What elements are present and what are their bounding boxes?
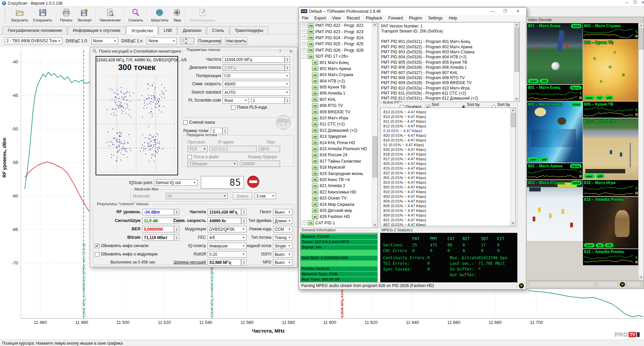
buffer-size-input[interactable]: 100000 [240,161,280,167]
tree-item[interactable]: SD801 Матч Боец [301,59,377,65]
frame-type-select[interactable]: Длинный▼ [273,218,292,224]
tsreader-minimize-button[interactable]: — [486,9,499,13]
detect-interval-select[interactable]: 3 сек▼ [255,193,276,199]
tree-item[interactable]: SD826 Fashion HD [301,214,377,220]
toolbar-button-zoom-document[interactable]: Увеличение [97,7,123,23]
tab-стиль[interactable]: Стиль [207,26,229,34]
active-pids-list[interactable]: 813 (0.01% ~ 4.47 Kbps)814 (0.01% ~ 4.47… [380,108,516,226]
tab-транспондеры[interactable]: Транспондеры [230,26,268,34]
tab-диапазон[interactable]: Диапазон [178,26,206,34]
tree-expander[interactable]: + [302,30,306,34]
pid-row[interactable]: 815 (0.01% ~ 4.47 Kbps) [383,166,516,171]
video-decode-scrollbar[interactable]: ▲ ▼ [638,23,644,280]
maximize-button[interactable]: ❐ [633,0,637,5]
tree-item[interactable]: +PMPMT PID 823 - Progr. 823 [301,28,377,35]
update-modulation-checkbox[interactable]: Обновлять инфо о модуляции [95,252,158,256]
dot-size-input-spinner[interactable]: ▲▼ [222,128,228,134]
pl-scramble-select[interactable]: Root▼ [223,97,249,104]
tree-item[interactable]: SD821 Amedia 2 [301,183,377,189]
pid-row[interactable]: 819 (0.01% ~ 4.47 Kbps) [383,138,516,143]
tab-устройство[interactable]: Устройство [126,26,158,35]
pid-row[interactable]: 818 (0.01% ~ 4.47 Kbps) [383,152,516,157]
protocol-select[interactable]: TCP▼ [187,146,208,152]
tree-item[interactable]: SD807 KHL [301,97,377,103]
toolbar-button-export[interactable]: Экспорт [75,7,94,23]
tree-item[interactable]: SD825 Детский мир [301,208,377,214]
pl-scramble-value[interactable]: 1 [251,97,285,104]
tab-информация-о-спутнике[interactable]: Информация о спутнике [68,26,125,34]
pid-row[interactable]: 820 (0.01% ~ 4.47 Kbps) [383,133,516,138]
freq-input[interactable]: 11544,000 МГц [223,56,285,63]
tree-expander[interactable]: + [302,36,306,40]
stop-icon[interactable] [247,175,260,188]
pid-row[interactable]: 802 (0.01% ~ 4.47 Kbps) [383,185,516,190]
symbol-rate-select[interactable]: 45000▼ [223,81,290,87]
tree-item[interactable]: SD806 Amedia 1 [301,90,377,96]
tree-item[interactable]: SD810 Матч Игра [301,115,377,121]
toolbar-button-printer[interactable]: Печать [58,7,75,23]
tree-item[interactable]: SD823 Ocean TV [301,195,377,201]
position-spinner[interactable]: 0▲▼ [180,38,194,44]
iqscan-point-select[interactable]: Demod IQ out▼ [154,179,198,186]
minimize-button[interactable]: — [625,0,629,5]
polarization-select[interactable]: Г/Л▼ [223,73,290,79]
ip-address-input[interactable]: 127.0.0.1 [210,146,257,152]
pid-row[interactable]: 0 (0.01% ~ 4.47 Kbps) [383,129,516,133]
tree-item[interactable]: SD813 Удмуртия [301,133,377,139]
toolbar-button-globe-scan[interactable]: Шерстить [149,7,171,23]
tree-item[interactable]: SD822 Киносемья HD [301,189,377,195]
range-input[interactable]: 2 МГц [223,64,285,71]
tree-item[interactable]: SD804 НТВ (+2) [301,78,377,84]
pid-row[interactable]: 817 (0.01% ~ 4.47 Kbps) [383,157,516,162]
tree-item[interactable]: SD818 Мужской [301,164,377,170]
active-pids-scrollbar[interactable]: ▲▼ [510,108,516,226]
iq-spectrum-select[interactable]: Инверсия▼ [208,243,247,249]
modcode-select[interactable]: All▼ [166,193,228,199]
toolbar-button-folder-open[interactable]: Загрузить [8,7,31,23]
close-button[interactable]: ✕ [641,0,644,5]
tree-item[interactable]: SD805 Кухня ТВ [301,84,377,90]
toolbar-button-speaker[interactable]: Звук [171,7,184,23]
toolbar-button-scan-magnifier[interactable]: Сканить [126,7,146,23]
pls-search-checkbox[interactable]: Поиск PLS-кода [231,105,267,110]
tree-item[interactable]: +PMPMT PID 826 - Progr. 826 [301,47,377,53]
menu-playback[interactable]: Playback [363,15,385,21]
blind-search-checkbox[interactable]: Слепой поиск [183,120,215,125]
tree-item[interactable]: SD816 Россия 24 [301,152,377,158]
pilot-select[interactable]: Выкл.▼ [273,209,292,215]
tsreader-maximize-button[interactable]: ❐ [499,9,512,13]
tree-item[interactable]: SD812 Домашний (+2) [301,127,377,133]
pid-row[interactable]: 821 (0.01% ~ 4.47 Kbps) [383,218,516,223]
tree-item[interactable]: SD814 KHL Prime HD [301,139,377,146]
tree-item[interactable]: -SDSDT PID 17 <26> [301,53,377,59]
pid-row[interactable]: 814 (0.01% ~ 4.47 Kbps) [383,115,516,119]
freq-input-spinner[interactable]: ▲▼ [285,56,290,63]
tab-географическое-положение[interactable]: Географическое положение [3,26,67,34]
search-standard-select[interactable]: AUTO▼ [223,89,290,96]
issyi-select[interactable]: Выкл.▼ [273,251,292,257]
tree-item[interactable]: SD811 СТС (+2) [301,121,377,127]
pat-scrollbar[interactable]: ▲▼ [514,22,519,102]
menu-plugins[interactable]: Plugins [406,15,425,21]
toolbar-button-floppy[interactable]: Сохранить [31,7,55,23]
configure-button[interactable]: Настроить [225,37,247,45]
pid-row[interactable]: 811 (0.01% ~ 4.47 Kbps) [383,119,516,124]
tab-lnb[interactable]: LNB [159,26,177,34]
tree-expander[interactable]: + [302,23,306,28]
stream-to-file-checkbox[interactable]: Поток в файл [187,155,219,159]
tree-expander[interactable]: + [302,221,306,225]
tree-item[interactable]: SD820 Кино ТВ +4 [301,177,377,183]
tree-expander[interactable]: + [302,42,306,46]
tuner-select[interactable]: 2 - TBS 6908 DVBS/S2 Tuner 0▼ [5,38,62,44]
pid-tree[interactable]: +PMPMT PID 822 - Progr. 822+PMPMT PID 82… [300,22,378,228]
pid-row[interactable]: 826 (0.01% ~ 4.47 Kbps) [383,148,516,152]
carrier-width-value-spinner[interactable]: ▲▼ [241,259,247,266]
menu-forward[interactable]: Forward [385,15,406,21]
tree-expander[interactable]: + [302,48,306,52]
tree-item[interactable]: SD815 Amedia Premium HD [301,146,377,152]
pid-row[interactable]: 806 (0.01% ~ 4.47 Kbps) [383,204,516,209]
menu-file[interactable]: File [299,15,311,21]
menu-export[interactable]: Export [311,15,329,21]
carrier-width-value[interactable]: 53,988 МГц [208,259,241,266]
pid-row[interactable]: 813 (0.01% ~ 4.47 Kbps) [383,110,516,115]
